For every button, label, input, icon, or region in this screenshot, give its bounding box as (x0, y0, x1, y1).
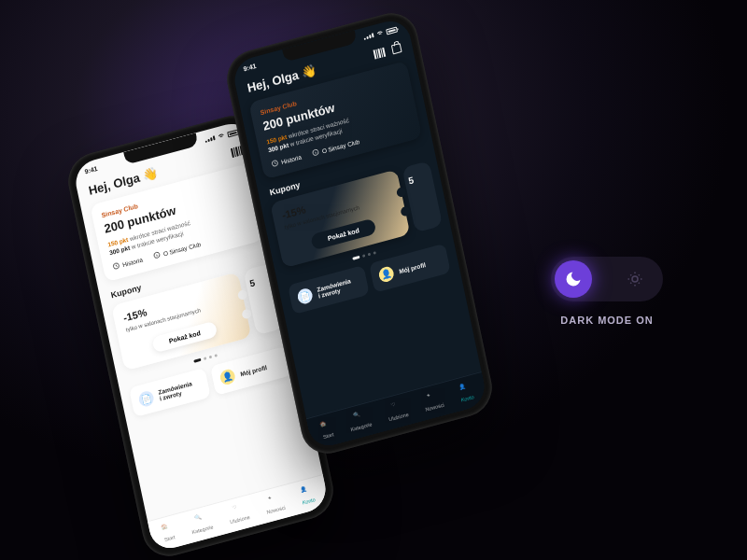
bag-icon[interactable] (391, 43, 402, 54)
history-link[interactable]: Historia (271, 153, 303, 168)
tab-favorites[interactable]: ♡Ulubione (227, 501, 250, 525)
orders-icon: 📄 (296, 287, 314, 305)
show-code-button[interactable]: Pokaż kod (151, 321, 218, 354)
svg-point-4 (632, 276, 638, 282)
tab-bar: 🏠Start 🔍Kategorie ♡Ulubione ✦Nowości 👤Ko… (148, 474, 330, 553)
moon-knob[interactable] (555, 260, 592, 298)
show-code-button[interactable]: Pokaż kod (310, 218, 377, 251)
clock-icon (271, 159, 279, 168)
tab-start[interactable]: 🏠Start (319, 419, 334, 441)
profile-icon: 👤 (218, 368, 236, 386)
dark-mode-toggle-group: DARK MODE ON (551, 257, 663, 326)
wifi-icon (217, 131, 226, 141)
tab-news[interactable]: ✦Nowości (422, 389, 444, 413)
wifi-icon (375, 28, 385, 38)
moon-icon (564, 270, 583, 288)
clock-icon (112, 261, 120, 271)
tab-news[interactable]: ✦Nowości (263, 492, 286, 515)
tab-categories[interactable]: 🔍Kategorie (347, 409, 373, 433)
dark-mode-toggle[interactable] (551, 257, 663, 301)
battery-icon (386, 26, 398, 35)
barcode-icon[interactable] (373, 47, 386, 59)
tab-bar: 🏠Start 🔍Kategorie ♡Ulubione ✦Nowości 👤Ko… (306, 371, 488, 451)
tab-categories[interactable]: 🔍Kategorie (189, 511, 214, 536)
signal-icon (204, 135, 216, 143)
sun-icon (627, 271, 643, 287)
info-icon (311, 147, 319, 157)
tab-start[interactable]: 🏠Start (161, 522, 176, 543)
tab-account[interactable]: 👤Konto (299, 483, 316, 505)
tab-account[interactable]: 👤Konto (458, 381, 474, 402)
tab-favorites[interactable]: ♡Ulubione (386, 399, 409, 422)
toggle-label: DARK MODE ON (551, 315, 663, 326)
sun-knob[interactable] (616, 260, 654, 298)
info-icon (152, 250, 161, 259)
coupon-card-next[interactable]: 5 (402, 161, 443, 232)
history-link[interactable]: Historia (112, 256, 144, 271)
profile-icon: 👤 (377, 265, 395, 284)
orders-icon: 📄 (137, 389, 155, 408)
signal-icon (363, 33, 374, 40)
